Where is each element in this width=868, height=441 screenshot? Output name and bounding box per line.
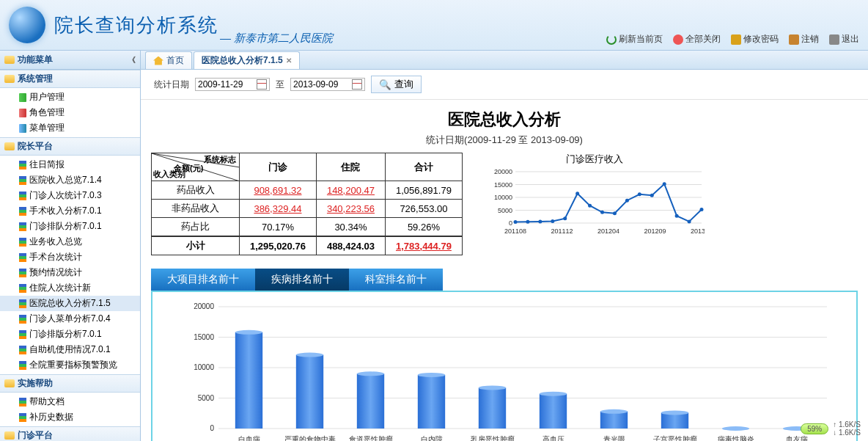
status-percent: 59% [801,423,828,434]
sidebar-item[interactable]: 门诊排版分析7.0.1 [0,327,140,342]
sidebar-category[interactable]: 院长平台 [0,137,140,156]
key-icon [731,34,741,45]
item-icon [19,315,26,324]
logout-icon [789,34,799,45]
rank-tab-dept[interactable]: 科室排名前十 [349,269,443,291]
item-icon [19,109,26,117]
sidebar-category[interactable]: 系统管理 [0,70,140,88]
cell[interactable]: 386,329.44 [240,200,317,218]
svg-point-20 [613,211,617,215]
cell: 59.26% [385,218,462,237]
date-to-input[interactable] [293,79,352,90]
folder-icon [4,431,15,440]
filter-label: 统计日期 [154,79,189,91]
svg-point-26 [687,219,691,223]
folder-icon [4,142,15,150]
sidebar-item[interactable]: 菜单管理 [0,120,140,136]
date-to[interactable] [290,78,365,91]
row-label: 药品收入 [152,181,240,200]
cell[interactable]: 908,691.32 [240,181,317,200]
item-icon [19,222,26,231]
calendar-icon[interactable] [257,79,267,90]
item-icon [19,253,26,262]
item-icon [19,398,26,407]
sidebar-item[interactable]: 住院人次统计新 [0,280,140,296]
svg-point-46 [296,353,323,357]
svg-text:10000: 10000 [194,363,214,371]
svg-point-16 [563,216,567,220]
item-icon [19,238,26,247]
rank-tab-disease[interactable]: 疾病排名前十 [255,269,349,291]
sidebar-category[interactable]: 门诊平台 [0,426,140,441]
svg-text:201209: 201209 [644,227,666,235]
sidebar-category[interactable]: 实施帮助 [0,374,140,393]
search-icon: 🔍 [379,79,391,90]
sidebar-item[interactable]: 门诊人次统计7.0.3 [0,188,140,203]
filter-bar: 统计日期 至 🔍查询 [141,70,868,100]
rank-tabs: 大项目排名前十 疾病排名前十 科室排名前十 [151,269,858,291]
app-logo [9,7,45,43]
svg-rect-55 [600,412,628,429]
cell: 70.17% [240,218,317,237]
svg-rect-51 [479,387,506,429]
svg-point-56 [600,409,628,414]
sidebar-item[interactable]: 业务收入总览 [0,234,140,249]
item-icon [19,124,26,133]
item-icon [19,161,26,170]
svg-text:高血压: 高血压 [542,435,564,441]
refresh-button[interactable]: 刷新当前页 [606,33,663,45]
svg-point-19 [600,211,604,214]
svg-point-17 [575,192,579,195]
row-label: 药占比 [152,218,240,237]
cell: 1,056,891.79 [385,181,462,200]
date-from-input[interactable] [198,79,257,90]
sidebar: 功能菜单 《 系统管理用户管理角色管理菜单管理院长平台往日简报医院收入总览7.1… [0,51,141,441]
cell[interactable]: 340,223.56 [316,200,385,218]
exit-button[interactable]: 退出 [829,33,859,45]
svg-text:5000: 5000 [198,394,215,402]
row-label: 非药品收入 [152,200,240,218]
svg-text:严重的食物中毒: 严重的食物中毒 [284,435,336,441]
item-icon [19,413,26,422]
svg-point-25 [675,214,679,218]
sidebar-item[interactable]: 预约情况统计 [0,265,140,280]
sidebar-item[interactable]: 手术收入分析7.0.1 [0,203,140,219]
svg-point-50 [418,373,445,377]
mini-line-chart: 门诊医疗收入 050001000015000200002011082011122… [485,153,705,237]
cell: 30.34% [316,218,385,237]
svg-text:病毒性脑炎: 病毒性脑炎 [718,435,754,441]
close-all-button[interactable]: 全部关闭 [673,33,721,45]
cell[interactable]: 148,200.47 [316,181,385,200]
date-from[interactable] [195,78,270,91]
sidebar-item[interactable]: 自助机使用情况7.0.1 [0,342,140,357]
calendar-icon[interactable] [352,79,362,90]
sidebar-item[interactable]: 往日简报 [0,157,140,172]
item-icon [19,299,26,308]
change-password-button[interactable]: 修改密码 [731,33,779,45]
collapse-sidebar-icon[interactable]: 《 [128,55,136,65]
sidebar-item[interactable]: 门诊排队分析7.0.1 [0,219,140,234]
sidebar-item[interactable]: 全院重要指标预警预览 [0,357,140,373]
sidebar-item[interactable]: 手术台次统计 [0,249,140,265]
folder-icon [4,75,15,83]
tab-home[interactable]: 首页 [145,51,192,69]
svg-text:201301: 201301 [691,227,705,235]
logout-button[interactable]: 注销 [789,33,819,45]
sidebar-item[interactable]: 帮助文档 [0,394,140,409]
sidebar-item[interactable]: 角色管理 [0,105,140,120]
rank-tab-project[interactable]: 大项目排名前十 [151,269,255,291]
item-icon [19,207,26,216]
sidebar-item[interactable]: 医院总收入分析7.1.5 [0,296,140,311]
svg-point-13 [526,220,529,224]
tab-active[interactable]: 医院总收入分析7.1.5✕ [194,51,300,69]
sidebar-item[interactable]: 医院收入总览7.1.4 [0,172,140,188]
report-content: 医院总收入分析 统计日期(2009-11-29 至 2013-09-09) 系统… [141,100,868,441]
sidebar-item[interactable]: 用户管理 [0,90,140,105]
hospital-name: — 新泰市第二人民医院 [220,32,333,45]
sidebar-item[interactable]: 补历史数据 [0,409,140,425]
close-tab-icon[interactable]: ✕ [286,57,292,65]
item-icon [19,284,26,293]
sidebar-item[interactable]: 门诊人菜单分析7.0.4 [0,311,140,327]
query-button[interactable]: 🔍查询 [371,76,422,93]
svg-text:食道恶性肿瘤: 食道恶性肿瘤 [349,435,393,441]
